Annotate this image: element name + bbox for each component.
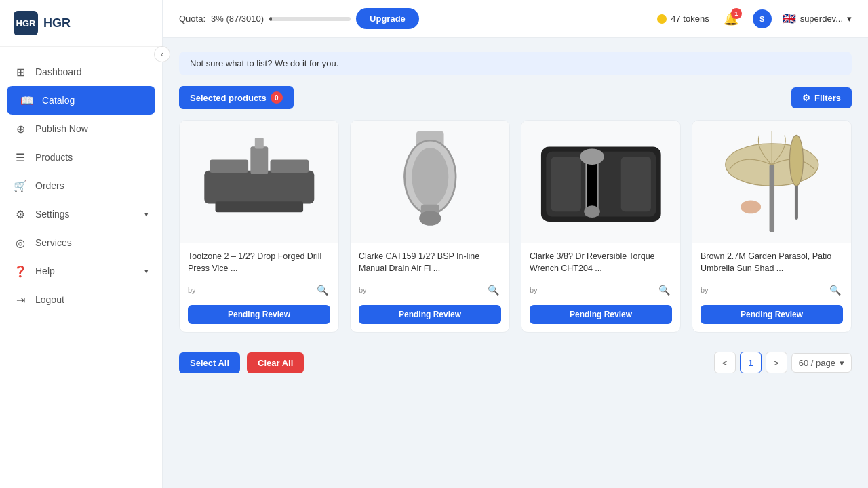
filters-button[interactable]: ⚙ Filters — [791, 87, 852, 108]
product-title: Clarke 3/8? Dr Reversible Torque Wrench … — [530, 251, 672, 275]
select-all-button[interactable]: Select All — [179, 352, 240, 373]
sidebar-collapse-button[interactable]: ‹ — [154, 46, 170, 62]
product-title: Brown 2.7M Garden Parasol, Patio Umbrell… — [701, 251, 843, 275]
next-page-button[interactable]: > — [766, 352, 787, 373]
search-icon[interactable]: 🔍 — [485, 282, 501, 298]
orders-icon: 🛒 — [14, 179, 27, 192]
selected-products-button[interactable]: Selected products 0 — [179, 86, 294, 109]
search-icon[interactable]: 🔍 — [314, 282, 330, 298]
logo-text: HGR — [43, 16, 71, 30]
svg-rect-2 — [270, 160, 309, 173]
product-grid: Toolzone 2 – 1/2? Drop Forged Drill Pres… — [179, 120, 852, 333]
catalog-icon: 📖 — [20, 94, 34, 107]
svg-rect-17 — [620, 157, 650, 211]
product-info: Brown 2.7M Garden Parasol, Patio Umbrell… — [692, 243, 851, 332]
svg-rect-19 — [769, 165, 774, 232]
by-label: by — [701, 286, 709, 294]
help-icon: ❓ — [14, 264, 27, 278]
sidebar-item-orders[interactable]: 🛒 Orders — [0, 171, 162, 200]
product-image — [180, 121, 338, 243]
current-page-button[interactable]: 1 — [740, 352, 762, 373]
flag-icon: 🇬🇧 — [783, 12, 796, 25]
by-label: by — [530, 286, 538, 294]
sidebar-item-label: Publish Now — [35, 123, 88, 134]
notification-badge: 1 — [731, 8, 742, 19]
logo-icon: HGR — [14, 11, 38, 35]
quota-fill — [269, 17, 272, 21]
product-meta: by 🔍 — [188, 282, 330, 298]
sidebar-item-dashboard[interactable]: ⊞ Dashboard — [0, 58, 162, 86]
topbar-right: 47 tokens 🔔 1 S 🇬🇧 superdev... ▾ — [657, 8, 852, 30]
chevron-down-icon: ▾ — [144, 210, 149, 219]
pending-review-button[interactable]: Pending Review — [359, 305, 501, 324]
svg-point-10 — [419, 211, 441, 226]
product-image — [521, 121, 680, 243]
promo-text: Not sure what to list? We do it for you. — [190, 58, 338, 68]
bulk-actions: Select All Clear All — [179, 352, 304, 373]
product-title: Toolzone 2 – 1/2? Drop Forged Drill Pres… — [188, 251, 330, 275]
sidebar-item-publish-now[interactable]: ⊕ Publish Now — [0, 115, 162, 143]
catalog-toolbar: Selected products 0 ⚙ Filters — [179, 86, 852, 109]
sidebar-item-catalog[interactable]: 📖 Catalog — [7, 86, 155, 115]
sidebar-item-logout[interactable]: ⇥ Logout — [0, 285, 162, 314]
sidebar-nav: ⊞ Dashboard 📖 Catalog ⊕ Publish Now ☰ Pr… — [0, 47, 162, 488]
product-title: Clarke CAT159 1/2? BSP In-line Manual Dr… — [359, 251, 501, 275]
svg-rect-16 — [551, 157, 580, 211]
sidebar: HGR HGR ‹ ⊞ Dashboard 📖 Catalog ⊕ Publis… — [0, 0, 163, 488]
product-meta: by 🔍 — [359, 282, 501, 298]
sidebar-item-label: Help — [35, 266, 55, 277]
services-icon: ◎ — [14, 236, 27, 249]
sidebar-item-help[interactable]: ❓ Help ▾ — [0, 257, 162, 285]
search-icon[interactable]: 🔍 — [656, 282, 672, 298]
chevron-down-icon: ▾ — [144, 267, 149, 276]
quota-bar — [269, 17, 351, 21]
quota-value: 3% (87/3010) — [211, 14, 264, 24]
quota-section: Quota: 3% (87/3010) Upgrade — [179, 8, 646, 29]
per-page-selector[interactable]: 60 / page ▾ — [791, 353, 852, 373]
sidebar-item-label: Settings — [35, 209, 70, 220]
filters-label: Filters — [814, 93, 841, 103]
svg-rect-3 — [250, 146, 268, 174]
products-icon: ☰ — [14, 150, 27, 164]
svg-point-8 — [412, 148, 448, 206]
chevron-down-icon: ▾ — [840, 358, 844, 368]
svg-point-14 — [580, 148, 604, 165]
logout-icon: ⇥ — [14, 293, 27, 306]
svg-rect-1 — [210, 160, 248, 173]
sidebar-item-label: Services — [35, 237, 72, 248]
product-card: Brown 2.7M Garden Parasol, Patio Umbrell… — [692, 120, 852, 333]
by-label: by — [188, 286, 196, 294]
user-menu[interactable]: 🇬🇧 superdev... ▾ — [783, 12, 852, 25]
sidebar-item-label: Products — [35, 152, 73, 163]
product-meta: by 🔍 — [701, 282, 843, 298]
selected-count-badge: 0 — [271, 92, 283, 104]
notifications-button[interactable]: 🔔 1 — [720, 8, 742, 30]
svg-rect-4 — [255, 138, 264, 148]
product-info: Toolzone 2 – 1/2? Drop Forged Drill Pres… — [180, 243, 338, 332]
upgrade-button[interactable]: Upgrade — [356, 8, 419, 29]
search-icon[interactable]: 🔍 — [827, 282, 843, 298]
clear-all-button[interactable]: Clear All — [247, 352, 304, 373]
tokens-display: 47 tokens — [657, 14, 709, 24]
sidebar-item-services[interactable]: ◎ Services — [0, 228, 162, 257]
settings-icon: ⚙ — [14, 207, 27, 221]
tokens-count: 47 tokens — [671, 14, 709, 24]
promo-banner: Not sure what to list? We do it for you. — [179, 52, 852, 75]
sidebar-item-products[interactable]: ☰ Products — [0, 143, 162, 171]
svg-rect-0 — [204, 171, 314, 204]
sidebar-item-settings[interactable]: ⚙ Settings ▾ — [0, 200, 162, 228]
svg-point-21 — [789, 135, 803, 186]
prev-page-button[interactable]: < — [714, 352, 736, 373]
pending-review-button[interactable]: Pending Review — [188, 305, 330, 324]
product-info: Clarke CAT159 1/2? BSP In-line Manual Dr… — [351, 243, 509, 332]
pending-review-button[interactable]: Pending Review — [530, 305, 672, 324]
filter-icon: ⚙ — [802, 93, 810, 103]
per-page-label: 60 / page — [799, 358, 835, 368]
svg-point-15 — [584, 205, 600, 218]
product-image — [351, 121, 509, 243]
sidebar-item-label: Catalog — [42, 95, 75, 106]
pending-review-button[interactable]: Pending Review — [701, 305, 843, 324]
svg-rect-5 — [215, 201, 303, 212]
product-card: Toolzone 2 – 1/2? Drop Forged Drill Pres… — [179, 120, 339, 333]
chevron-down-icon: ▾ — [847, 14, 852, 24]
